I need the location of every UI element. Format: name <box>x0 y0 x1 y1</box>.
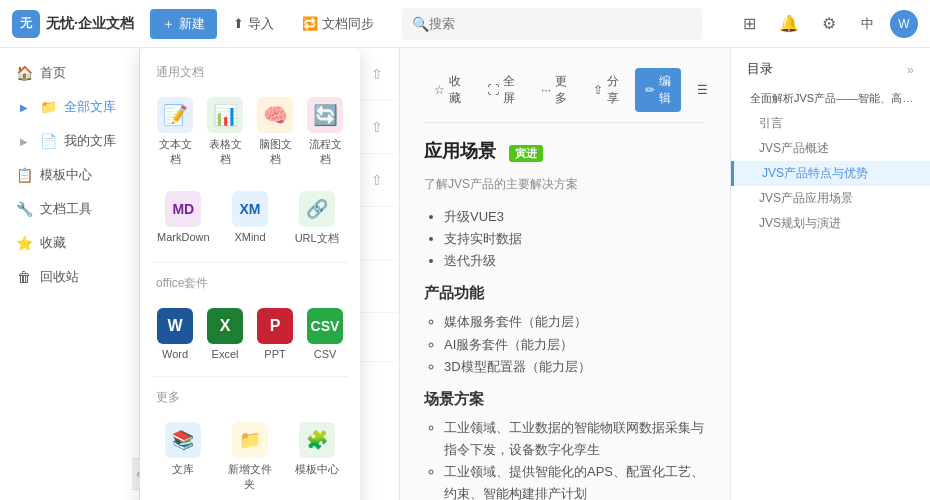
text-doc-icon: 📝 <box>157 97 193 133</box>
sync-btn-label: 文档同步 <box>322 15 374 33</box>
search-icon: 🔍 <box>412 16 429 32</box>
sync-icon: 🔁 <box>302 16 318 31</box>
flow-doc-icon: 🔄 <box>307 97 343 133</box>
more-grid: 📚 文库 📁 新增文件夹 🧩 模板中心 <box>152 414 348 500</box>
logo: 无 无忧·企业文档 <box>12 10 142 38</box>
text-doc-item[interactable]: 📝 文本文档 <box>152 89 198 175</box>
edit-label: 编辑 <box>659 73 671 107</box>
sidebar-group-my-docs: ▶ 📄 我的文库 <box>0 124 139 158</box>
table-doc-item[interactable]: 📊 表格文档 <box>202 89 248 175</box>
fullscreen-icon: ⛶ <box>487 83 499 97</box>
excel-item[interactable]: X Excel <box>202 300 248 368</box>
sidebar-item-all-docs[interactable]: ▶ 📁 全部文库 <box>0 90 139 124</box>
list-item: AI服务套件（能力层） <box>444 334 706 356</box>
list-item: 升级VUE3 <box>444 206 706 228</box>
url-doc-label: URL文档 <box>295 231 339 246</box>
share-icon[interactable]: ⇧ <box>371 66 383 82</box>
template-center-icon: 🧩 <box>299 422 335 458</box>
edit-button[interactable]: ✏ 编辑 <box>635 68 681 112</box>
toc-sub-item-active[interactable]: JVS产品特点与优势 <box>731 161 930 186</box>
divider <box>152 376 348 377</box>
collect-button[interactable]: ☆ 收藏 <box>424 68 471 112</box>
sidebar-item-trash[interactable]: 🗑 回收站 <box>0 260 139 294</box>
url-doc-item[interactable]: 🔗 URL文档 <box>285 183 348 254</box>
toc-sub-item[interactable]: JVS规划与演进 <box>731 211 930 236</box>
sidebar-label-favorites: 收藏 <box>40 234 66 252</box>
search-input[interactable] <box>429 16 692 31</box>
progress-list: 升级VUE3 支持实时数据 迭代升级 <box>424 206 706 272</box>
sidebar-label-home: 首页 <box>40 64 66 82</box>
tools-icon: 🔧 <box>16 201 32 217</box>
more-button[interactable]: ··· 更多 <box>531 68 577 112</box>
markdown-icon: MD <box>165 191 201 227</box>
toc-sub-item[interactable]: JVS产品概述 <box>731 136 930 161</box>
toc-item-main[interactable]: 全面解析JVS产品——智能、高… <box>731 86 930 111</box>
header: 无 无忧·企业文档 ＋ 新建 ⬆ 导入 🔁 文档同步 🔍 ⊞ 🔔 ⚙ 中 W <box>0 0 930 48</box>
excel-label: Excel <box>212 348 239 360</box>
url-doc-icon: 🔗 <box>299 191 335 227</box>
logo-text: 无忧·企业文档 <box>46 15 134 33</box>
bell-icon-btn[interactable]: 🔔 <box>773 8 805 40</box>
trash-icon: 🗑 <box>16 269 32 285</box>
plus-icon: ＋ <box>162 15 175 33</box>
extra-docs-grid: MD MarkDown XM XMind 🔗 URL文档 <box>152 183 348 254</box>
toc-sub-item[interactable]: 引言 <box>731 111 930 136</box>
header-action-btns: ＋ 新建 ⬆ 导入 🔁 文档同步 <box>150 9 386 39</box>
import-button[interactable]: ⬆ 导入 <box>221 9 286 39</box>
product-list: 媒体服务套件（能力层） AI服务套件（能力层） 3D模型配置器（能力层） <box>424 311 706 377</box>
table-doc-icon: 📊 <box>207 97 243 133</box>
new-folder-item[interactable]: 📁 新增文件夹 <box>219 414 282 500</box>
search-box: 🔍 <box>402 8 702 40</box>
doc-content: 应用场景 寅进 了解JVS产品的主要解决方案 升级VUE3 支持实时数据 迭代升… <box>424 139 706 500</box>
lang-button[interactable]: 中 <box>853 11 882 37</box>
fullscreen-button[interactable]: ⛶ 全屏 <box>477 68 525 112</box>
import-btn-label: 导入 <box>248 15 274 33</box>
file-library-icon: 📚 <box>165 422 201 458</box>
logo-icon: 无 <box>12 10 40 38</box>
new-btn-label: 新建 <box>179 15 205 33</box>
xmind-icon: XM <box>232 191 268 227</box>
editor-area: ☆ 收藏 ⛶ 全屏 ··· 更多 ⇧ 分享 ✏ 编辑 <box>400 48 730 500</box>
xmind-item[interactable]: XM XMind <box>219 183 282 254</box>
sidebar-item-tools[interactable]: 🔧 文档工具 <box>0 192 139 226</box>
excel-icon: X <box>207 308 243 344</box>
new-button[interactable]: ＋ 新建 <box>150 9 217 39</box>
grid-icon-btn[interactable]: ⊞ <box>733 8 765 40</box>
mind-doc-label: 脑图文档 <box>256 137 294 167</box>
header-right: ⊞ 🔔 ⚙ 中 W <box>733 8 918 40</box>
toc-title: 目录 <box>747 60 773 78</box>
toc-expand-icon[interactable]: » <box>907 62 914 77</box>
settings-icon-btn[interactable]: ⚙ <box>813 8 845 40</box>
sidebar-item-my-docs[interactable]: ▶ 📄 我的文库 <box>0 124 139 158</box>
list-item: 媒体服务套件（能力层） <box>444 311 706 333</box>
sidebar-item-favorites[interactable]: ⭐ 收藏 <box>0 226 139 260</box>
doc-toolbar: ☆ 收藏 ⛶ 全屏 ··· 更多 ⇧ 分享 ✏ 编辑 <box>424 68 706 123</box>
product-function-title: 产品功能 <box>424 284 706 303</box>
file-library-item[interactable]: 📚 文库 <box>152 414 215 500</box>
sync-button[interactable]: 🔁 文档同步 <box>290 9 386 39</box>
toc-sub-item[interactable]: JVS产品应用场景 <box>731 186 930 211</box>
sidebar-item-home[interactable]: 🏠 首页 <box>0 56 139 90</box>
template-center-item[interactable]: 🧩 模板中心 <box>285 414 348 500</box>
mind-doc-item[interactable]: 🧠 脑图文档 <box>252 89 298 175</box>
toc-sub-label: JVS产品特点与优势 <box>762 166 868 180</box>
list-item: 迭代升级 <box>444 250 706 272</box>
template-center-label: 模板中心 <box>295 462 339 477</box>
ppt-item[interactable]: P PPT <box>252 300 298 368</box>
flow-doc-item[interactable]: 🔄 流程文档 <box>302 89 348 175</box>
share-button[interactable]: ⇧ 分享 <box>583 68 629 112</box>
toc-sub-label: 引言 <box>759 116 783 130</box>
new-folder-icon: 📁 <box>232 422 268 458</box>
csv-item[interactable]: CSV CSV <box>302 300 348 368</box>
avatar[interactable]: W <box>890 10 918 38</box>
sidebar-item-templates[interactable]: 📋 模板中心 <box>0 158 139 192</box>
share-icon[interactable]: ⇧ <box>371 172 383 188</box>
share-icon[interactable]: ⇧ <box>371 119 383 135</box>
word-item[interactable]: W Word <box>152 300 198 368</box>
arrow-right-icon: ▶ <box>16 99 32 115</box>
markdown-item[interactable]: MD MarkDown <box>152 183 215 254</box>
outline-view-button[interactable]: ☰ <box>687 78 718 102</box>
section-label-more: 更多 <box>152 385 348 414</box>
my-docs-icon: 📄 <box>40 133 56 149</box>
sidebar-label-trash: 回收站 <box>40 268 79 286</box>
